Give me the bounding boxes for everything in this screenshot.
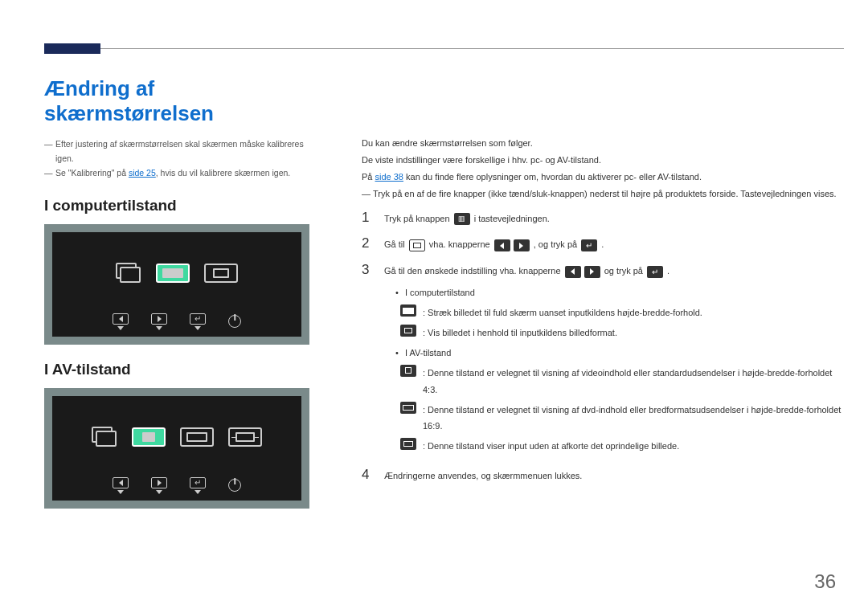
mode-pc-full: : Stræk billedet til fuld skærm uanset i… bbox=[395, 304, 844, 321]
screen-pc bbox=[52, 232, 301, 337]
link-side-38[interactable]: side 38 bbox=[375, 172, 403, 182]
s3-a: Gå til den ønskede indstilling vha. knap… bbox=[384, 266, 563, 276]
monitor-pc bbox=[44, 224, 309, 345]
s1-b: i tastevejledningen. bbox=[474, 214, 550, 223]
step-4: 4 Ændringerne anvendes, og skærmmenuen l… bbox=[362, 468, 844, 484]
right-note: Tryk på en af de fire knapper (ikke tænd… bbox=[362, 186, 844, 202]
monitor-av bbox=[44, 388, 309, 509]
nav-right bbox=[151, 477, 167, 494]
header-rule bbox=[44, 48, 844, 59]
step-num-3: 3 bbox=[362, 263, 373, 276]
arrow-right-icon bbox=[514, 239, 530, 251]
arrow-right-icon bbox=[584, 266, 600, 278]
mode-auto-icon bbox=[400, 325, 416, 337]
page-title: Ændring af skærmstørrelsen bbox=[44, 76, 317, 126]
mode-full-icon bbox=[400, 304, 416, 317]
right-column: Du kan ændre skærmstørrelsen som følger.… bbox=[362, 135, 844, 494]
enter-icon bbox=[647, 266, 663, 278]
mode-av-43: : Denne tilstand er velegnet til visning… bbox=[395, 365, 844, 398]
note-2-prefix: Se "Kalibrering" på bbox=[55, 168, 129, 178]
s4-text: Ændringerne anvendes, og skærmmenuen luk… bbox=[384, 468, 844, 484]
left-column: Ændring af skærmstørrelsen Efter justeri… bbox=[44, 76, 317, 509]
s2-a: Gå til bbox=[384, 239, 407, 249]
nav-left bbox=[113, 477, 129, 494]
nav-power bbox=[228, 315, 241, 328]
power-icon bbox=[228, 479, 241, 492]
mode-av-169-text: : Denne tilstand er velegnet til visning… bbox=[423, 402, 844, 435]
arrow-left-icon bbox=[494, 239, 510, 251]
note-line-1: Efter justering af skærmstørrelsen skal … bbox=[44, 137, 317, 166]
mode-4-3-active bbox=[132, 427, 166, 447]
step-num-1: 1 bbox=[362, 210, 373, 224]
step-list: 1 Tryk på knappen ▥ i tastevejledningen.… bbox=[362, 210, 844, 485]
step-1: 1 Tryk på knappen ▥ i tastevejledningen. bbox=[362, 210, 844, 227]
subhead-av: I AV-tilstand bbox=[44, 361, 317, 378]
mode-pc-full-text: : Stræk billedet til fuld skærm uanset i… bbox=[423, 304, 702, 321]
mode-auto bbox=[204, 264, 238, 283]
arrow-left-icon bbox=[565, 266, 581, 278]
s3-c: . bbox=[667, 266, 669, 276]
s2-c: , og tryk på bbox=[534, 239, 579, 249]
mode-av-43-text: : Denne tilstand er velegnet til visning… bbox=[423, 365, 844, 398]
link-side-25[interactable]: side 25 bbox=[129, 168, 156, 178]
nav-power bbox=[228, 479, 241, 492]
mode-full-active bbox=[156, 264, 190, 283]
intro-3-tail: kan du finde flere oplysninger om, hvord… bbox=[403, 172, 702, 182]
enter-icon bbox=[581, 239, 597, 251]
nav-enter bbox=[190, 477, 206, 494]
s1-a: Tryk på knappen bbox=[384, 214, 452, 223]
stack-icon bbox=[116, 263, 141, 284]
s3-b: og tryk på bbox=[604, 266, 645, 276]
bullet-av: I AV-tilstand bbox=[395, 345, 844, 362]
intro-1: Du kan ændre skærmstørrelsen som følger. bbox=[362, 135, 844, 152]
nav-left bbox=[113, 313, 129, 330]
power-icon bbox=[228, 315, 241, 328]
intro-3: På side 38 kan du finde flere oplysninge… bbox=[362, 169, 844, 186]
note-line-2: Se "Kalibrering" på side 25, hvis du vil… bbox=[44, 166, 317, 181]
bullet-pc: I computertilstand bbox=[395, 284, 844, 301]
note-2-tail: , hvis du vil kalibrere skærmen igen. bbox=[156, 168, 290, 178]
nav-right bbox=[151, 313, 167, 330]
mode-original bbox=[228, 427, 262, 447]
step-3: 3 Gå til den ønskede indstilling vha. kn… bbox=[362, 263, 844, 458]
s2-d: . bbox=[601, 239, 604, 249]
aspect-icon bbox=[409, 239, 425, 251]
step-num-4: 4 bbox=[362, 468, 373, 481]
nav-enter bbox=[190, 313, 206, 330]
screen-av bbox=[52, 396, 301, 501]
intro-2: De viste indstillinger være forskellige … bbox=[362, 152, 844, 169]
s2-b: vha. knapperne bbox=[429, 239, 493, 249]
menu-grid-icon: ▥ bbox=[454, 213, 470, 225]
subhead-pc: I computertilstand bbox=[44, 197, 317, 215]
mode-av-orig: : Denne tilstand viser input uden at afk… bbox=[395, 438, 844, 455]
mode-av-orig-text: : Denne tilstand viser input uden at afk… bbox=[423, 438, 679, 455]
stack-icon bbox=[92, 427, 117, 447]
step-2: 2 Gå til vha. knapperne , og tryk på . bbox=[362, 236, 844, 253]
page-number: 36 bbox=[814, 570, 836, 593]
mode-pc-auto-text: : Vis billedet i henhold til inputkilden… bbox=[423, 325, 617, 341]
intro-3-prefix: På bbox=[362, 172, 375, 182]
step-num-2: 2 bbox=[362, 236, 373, 250]
mode-169-icon bbox=[400, 402, 416, 414]
mode-43-icon bbox=[400, 365, 416, 377]
mode-orig-icon bbox=[400, 438, 416, 450]
mode-av-169: : Denne tilstand er velegnet til visning… bbox=[395, 402, 844, 435]
mode-pc-auto: : Vis billedet i henhold til inputkilden… bbox=[395, 325, 844, 341]
mode-16-9 bbox=[180, 427, 214, 447]
